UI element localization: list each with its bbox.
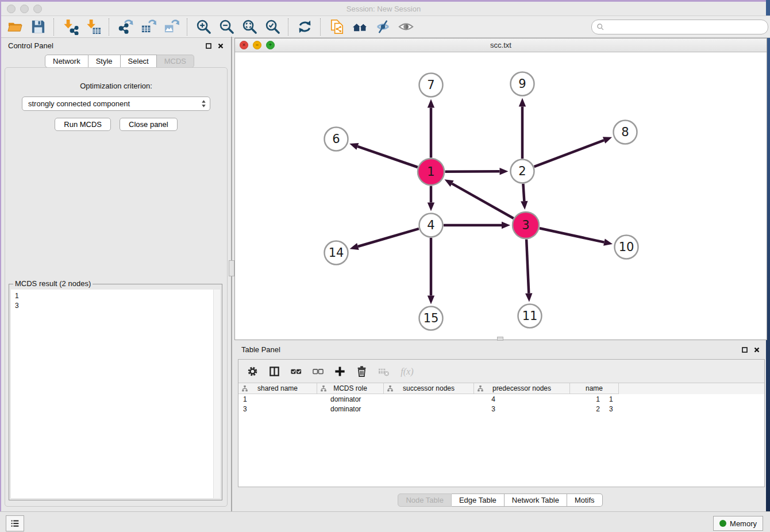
graph-node-4[interactable]: 4 [419,214,443,237]
graph-edge-1-6 [349,143,418,167]
graph-node-6[interactable]: 6 [325,128,348,151]
delete-row-icon[interactable] [356,365,368,377]
table-tab-edge-table[interactable]: Edge Table [452,494,505,507]
graph-node-15[interactable]: 15 [419,307,443,330]
save-session-icon[interactable] [26,18,49,36]
refresh-layout-icon[interactable] [293,18,316,36]
table-settings-icon[interactable] [247,365,259,377]
import-table-icon[interactable] [82,18,105,36]
column-header-predecessor-nodes[interactable]: predecessor nodes [474,383,570,394]
criterion-value: strongly connected component [28,99,130,108]
table-row[interactable]: 3dominator323 [238,404,764,414]
toolbar-separator [320,18,321,36]
graph-node-8[interactable]: 8 [614,121,637,144]
tab-select[interactable]: Select [121,55,157,68]
search-input[interactable] [607,22,763,32]
mcds-result-text[interactable]: 1 3 [11,290,220,498]
memory-button[interactable]: Memory [713,516,763,531]
toolbar-separator [187,18,188,36]
main-toolbar-icons [3,18,417,36]
cell-successor-nodes: 4 [401,395,500,403]
toolbar-separator [288,18,289,36]
select-all-icon[interactable] [290,365,302,377]
graph-edge-3-1 [445,179,514,218]
svg-text:9: 9 [518,77,526,91]
graph-edge-4-3 [444,222,510,229]
criterion-dropdown[interactable]: strongly connected component [22,97,210,111]
node-table-rows: 1dominator4113dominator323 [238,394,764,414]
graph-node-10[interactable]: 10 [615,236,638,259]
tab-style[interactable]: Style [88,55,121,68]
cell-successor-nodes: 3 [401,405,500,413]
graph-node-1[interactable]: 1 [418,159,444,185]
duplicate-network-icon[interactable] [325,18,348,36]
cell-MCDS-role: dominator [326,405,401,413]
open-file-icon[interactable] [3,18,26,36]
show-columns-icon[interactable] [268,365,280,377]
optimization-criterion-label: Optimization criterion: [5,82,227,90]
column-header-MCDS-role[interactable]: MCDS role [317,383,384,394]
column-header-shared-name[interactable]: shared name [238,383,317,394]
cell-predecessor-nodes: 2 [500,405,605,413]
float-panel-icon[interactable] [205,43,212,49]
zoom-out-icon[interactable] [215,18,238,36]
table-row[interactable]: 1dominator411 [238,394,764,404]
close-table-panel-icon[interactable] [753,346,760,353]
zoom-in-icon[interactable] [192,18,215,36]
close-panel-button[interactable]: Close panel [120,118,178,131]
result-scrollbar[interactable] [213,290,220,498]
tab-network[interactable]: Network [45,55,88,68]
export-image-icon[interactable] [160,18,183,36]
memory-status-icon [719,520,726,527]
search-icon [596,23,605,31]
show-graphics-icon[interactable] [394,18,417,36]
mcds-result-box: MCDS result (2 nodes) 1 3 [9,284,222,500]
graph-node-7[interactable]: 7 [419,74,443,97]
panel-divider-handle[interactable] [229,260,234,276]
graph-edge-2-8 [534,137,613,167]
control-panel-title: Control Panel [8,41,199,50]
network-view-window: × − + scc.txt 7968124314101511 [234,38,767,340]
close-panel-icon[interactable] [217,43,224,49]
network-graph[interactable]: 7968124314101511 [235,52,765,339]
hide-graphics-icon[interactable] [371,18,394,36]
export-table-icon[interactable] [137,18,160,36]
zoom-selected-icon[interactable] [261,18,284,36]
unselect-all-icon[interactable] [312,365,324,377]
main-toolbar [1,16,770,38]
table-tab-node-table[interactable]: Node Table [398,494,452,507]
graph-node-9[interactable]: 9 [511,72,534,96]
mcds-panel: Optimization criterion: strongly connect… [5,67,228,507]
graph-node-11[interactable]: 11 [518,304,542,328]
tab-mcds[interactable]: MCDS [157,55,194,68]
network-window-titlebar[interactable]: × − + scc.txt [235,38,767,52]
task-history-button[interactable] [6,515,24,531]
graph-edge-4-14 [350,229,419,250]
table-panel-title: Table Panel [241,345,736,354]
graph-node-14[interactable]: 14 [325,241,348,265]
table-tab-motifs[interactable]: Motifs [567,494,603,507]
svg-text:4: 4 [427,218,434,232]
graph-node-2[interactable]: 2 [511,160,534,183]
graph-edge-2-3 [521,184,528,210]
column-header-name[interactable]: name [570,383,619,394]
float-table-panel-icon[interactable] [741,346,748,353]
column-header-successor-nodes[interactable]: successor nodes [384,383,474,394]
run-mcds-button[interactable]: Run MCDS [55,118,111,131]
add-row-icon[interactable] [334,365,346,377]
export-network-icon[interactable] [114,18,137,36]
svg-text:11: 11 [522,309,538,323]
toolbar-separator [109,18,110,36]
first-neighbors-icon[interactable] [348,18,371,36]
table-panel: Table Panel f(x) shared nameMCDS rolesuc… [234,342,766,510]
list-icon [9,518,21,529]
graph-node-3[interactable]: 3 [513,212,539,238]
network-resize-handle[interactable] [497,337,503,341]
table-tab-network-table[interactable]: Network Table [505,494,567,507]
network-window-title: scc.txt [235,41,767,49]
search-box[interactable] [591,20,768,34]
import-network-icon[interactable] [59,18,82,36]
status-bar: Memory [0,511,770,532]
zoom-fit-icon[interactable] [238,18,261,36]
node-table-block: f(x) shared nameMCDS rolesuccessor nodes… [238,359,765,487]
